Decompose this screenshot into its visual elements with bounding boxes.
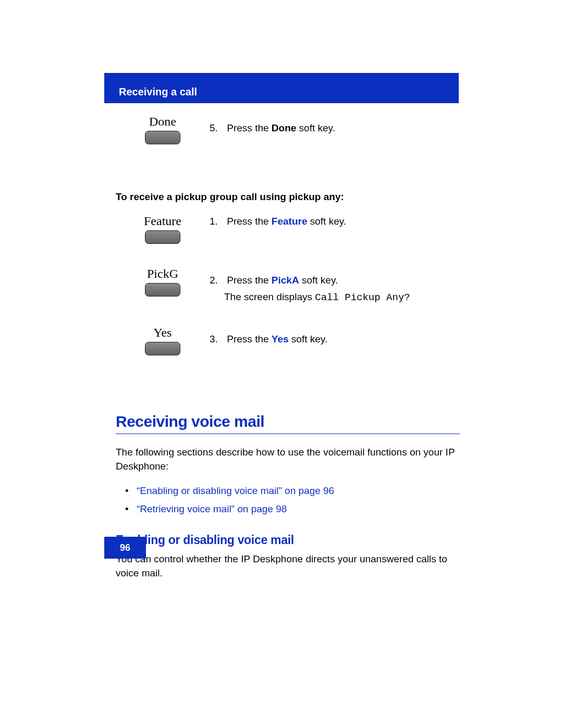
- section-heading: Receiving voice mail: [116, 413, 460, 434]
- softkey-label: Done: [149, 115, 176, 129]
- list-item: “Enabling or disabling voice mail” on pa…: [125, 484, 460, 499]
- softkey-graphic-feature: Feature: [116, 214, 210, 244]
- xref-link[interactable]: “Enabling or disabling voice mail” on pa…: [137, 485, 334, 496]
- text: Press the: [227, 216, 272, 227]
- page-number: 96: [120, 542, 130, 553]
- step-number: 1.: [210, 214, 224, 229]
- subsection-heading: Enabling or disabling voice mail: [116, 533, 460, 547]
- document-page: Receiving a call Done 5. Press the Done …: [0, 0, 563, 728]
- step-number: 3.: [210, 332, 224, 347]
- text: soft key.: [307, 216, 346, 227]
- softkey-button-icon: [145, 230, 180, 244]
- step-number: 5.: [210, 121, 224, 135]
- key-highlight: Yes: [272, 334, 289, 344]
- text: soft key.: [289, 334, 328, 344]
- step-done: Done 5. Press the Done soft key.: [116, 115, 460, 144]
- list-item: “Retrieving voice mail” on page 98: [125, 502, 460, 517]
- section-intro: The following sections describe how to u…: [116, 446, 460, 473]
- text: soft key.: [296, 122, 335, 133]
- text: soft key.: [299, 275, 338, 286]
- softkey-graphic-done: Done: [116, 115, 210, 144]
- text: The screen displays: [224, 291, 315, 302]
- page-number-footer: 96: [104, 537, 146, 559]
- key-highlight: PickA: [272, 275, 299, 286]
- screen-text: Call Pickup Any?: [315, 292, 410, 303]
- softkey-button-icon: [145, 342, 180, 355]
- step-description: 3. Press the Yes soft key.: [210, 326, 460, 347]
- softkey-label: Yes: [154, 326, 172, 340]
- step-number: 2.: [210, 273, 224, 288]
- text: Press the: [227, 334, 272, 344]
- softkey-graphic-yes: Yes: [116, 326, 210, 355]
- step-feature: Feature 1. Press the Feature soft key.: [116, 214, 460, 244]
- link-list: “Enabling or disabling voice mail” on pa…: [125, 484, 460, 516]
- softkey-button-icon: [145, 283, 180, 297]
- text: Press the: [227, 275, 272, 286]
- key-highlight: Feature: [272, 216, 308, 227]
- softkey-label: Feature: [144, 214, 181, 228]
- step-description: 2. Press the PickA soft key. The screen …: [210, 267, 460, 305]
- step-description: 5. Press the Done soft key.: [210, 115, 460, 135]
- subsection-body: You can control whether the IP Deskphone…: [116, 552, 460, 580]
- xref-link[interactable]: “Retrieving voice mail” on page 98: [137, 503, 287, 514]
- softkey-button-icon: [145, 131, 180, 144]
- procedure-heading: To receive a pickup group call using pic…: [116, 191, 460, 203]
- softkey-graphic-pickg: PickG: [116, 267, 210, 297]
- softkey-label: PickG: [147, 267, 178, 281]
- page-header-title: Receiving a call: [119, 86, 197, 98]
- page-content: Done 5. Press the Done soft key. To rece…: [116, 109, 460, 580]
- step-yes: Yes 3. Press the Yes soft key.: [116, 326, 460, 355]
- page-header: Receiving a call: [104, 73, 459, 103]
- step-pickg: PickG 2. Press the PickA soft key. The s…: [116, 267, 460, 305]
- text: Press the: [227, 122, 272, 133]
- step-description: 1. Press the Feature soft key.: [210, 214, 460, 229]
- key-bold: Done: [272, 122, 297, 133]
